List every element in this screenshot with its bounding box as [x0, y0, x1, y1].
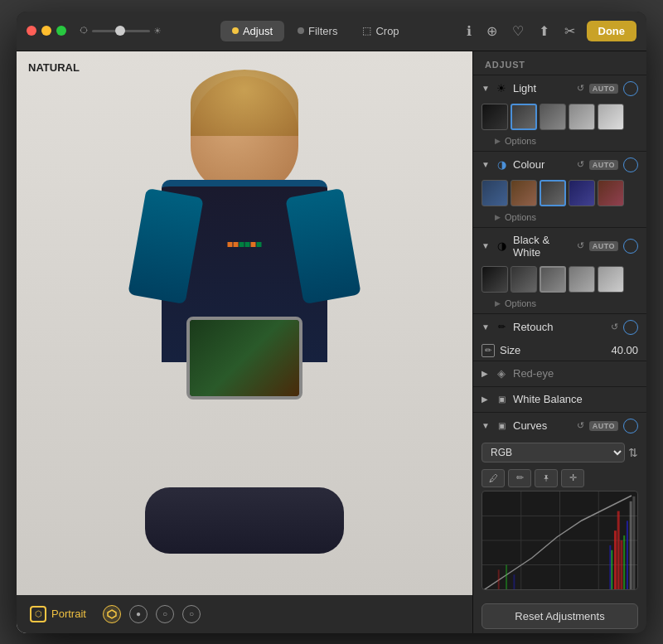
curves-title: Curves	[513, 419, 572, 432]
section-wb-header[interactable]: ▶ ▣ White Balance	[473, 387, 646, 412]
section-redeye: ▶ ◈ Red-eye	[473, 361, 646, 386]
cube-icon[interactable]	[103, 605, 121, 623]
light-thumb-5[interactable]	[598, 104, 624, 130]
close-button[interactable]	[27, 26, 36, 36]
bw-options[interactable]: ▶ Options	[473, 296, 646, 313]
light-thumb-3[interactable]	[540, 104, 566, 130]
light-thumb-1[interactable]	[482, 104, 508, 130]
photo-area: NATURAL	[17, 51, 472, 633]
size-label: Size	[500, 344, 606, 356]
right-panel: ADJUST ▼ ☀ Light ↺ AUTO	[472, 51, 646, 633]
colour-toggle[interactable]	[623, 157, 638, 172]
section-colour: ▼ ◑ Colour ↺ AUTO ▶ Options	[473, 151, 646, 227]
dot-icon-3[interactable]: ○	[156, 605, 174, 623]
filters-dot	[298, 27, 304, 34]
retouch-chevron: ▼	[482, 322, 490, 332]
section-curves-header[interactable]: ▼ ▣ Curves ↺ AUTO	[473, 413, 646, 439]
toolbar-tabs: Adjust Filters ⬚ Crop	[175, 21, 457, 41]
colour-thumb-1[interactable]	[482, 180, 508, 206]
curves-tools: 🖊 ✏ 🖈 ✛	[473, 466, 646, 491]
curves-auto-badge[interactable]: AUTO	[589, 421, 618, 431]
crop-tab-label: Crop	[375, 25, 399, 37]
bw-options-label: Options	[505, 298, 536, 308]
retouch-undo-icon[interactable]: ↺	[611, 322, 618, 332]
svg-rect-10	[611, 550, 612, 588]
section-colour-header[interactable]: ▼ ◑ Colour ↺ AUTO	[473, 152, 646, 178]
tab-filters[interactable]: Filters	[286, 21, 349, 41]
colour-thumb-2[interactable]	[511, 180, 537, 206]
colour-thumb-3[interactable]	[540, 180, 566, 206]
colour-thumb-4[interactable]	[569, 180, 595, 206]
bw-thumb-2[interactable]	[511, 266, 537, 293]
curves-rgb-row: RGB Red Green Blue ⇅	[473, 439, 646, 466]
bw-thumb-3[interactable]	[540, 266, 566, 293]
bw-thumb-1[interactable]	[482, 266, 508, 293]
reset-adjustments-button[interactable]: Reset Adjustments	[482, 603, 638, 629]
colour-thumb-5[interactable]	[598, 180, 624, 206]
tab-adjust[interactable]: Adjust	[220, 21, 284, 41]
portrait-button[interactable]: ⬡ Portrait	[30, 606, 86, 622]
toolbar-right: ℹ ⊕ ♡ ⬆ ✂ Done	[463, 20, 637, 42]
more-button[interactable]: ✂	[561, 20, 578, 42]
bw-toggle[interactable]	[623, 239, 638, 254]
bw-chevron: ▼	[482, 241, 490, 250]
info-button[interactable]: ℹ	[463, 20, 475, 42]
redeye-chevron: ▶	[482, 369, 490, 378]
heart-button[interactable]: ♡	[509, 20, 527, 42]
curves-channel-select[interactable]: RGB Red Green Blue	[482, 443, 625, 462]
light-auto-badge[interactable]: AUTO	[589, 84, 618, 94]
dot-icon-2[interactable]: ●	[129, 605, 148, 623]
brightness-slider[interactable]	[92, 30, 150, 32]
size-value: 40.00	[611, 344, 638, 356]
bw-undo-icon[interactable]: ↺	[577, 240, 584, 251]
wb-title: White Balance	[513, 393, 638, 405]
panel-header: ADJUST	[473, 51, 646, 75]
pencil-icon: ✏	[482, 344, 495, 357]
redeye-title: Red-eye	[513, 367, 638, 380]
dot-icon-4[interactable]: ○	[182, 605, 201, 623]
portrait-label: Portrait	[51, 608, 86, 620]
section-redeye-header[interactable]: ▶ ◈ Red-eye	[473, 361, 646, 386]
curves-picker-mid[interactable]: ✏	[508, 469, 531, 487]
export-button[interactable]: ⬆	[535, 20, 553, 42]
colour-undo-icon[interactable]: ↺	[577, 159, 584, 170]
share-button[interactable]: ⊕	[483, 20, 501, 42]
section-retouch-header[interactable]: ▼ ✏ Retouch ↺	[473, 314, 646, 341]
light-toggle[interactable]	[623, 81, 638, 96]
light-options[interactable]: ▶ Options	[473, 133, 646, 151]
section-bw: ▼ ◑ Black & White ↺ AUTO ▶ Options	[473, 227, 646, 313]
curves-picker-highlight[interactable]: 🖈	[535, 469, 558, 487]
colour-options-label: Options	[505, 212, 536, 222]
done-button[interactable]: Done	[587, 21, 637, 41]
bw-options-chevron: ▶	[495, 299, 501, 307]
minimize-button[interactable]	[41, 26, 51, 36]
bw-thumb-4[interactable]	[569, 266, 595, 293]
section-light-header[interactable]: ▼ ☀ Light ↺ AUTO	[473, 75, 646, 102]
light-title: Light	[513, 82, 572, 94]
svg-rect-12	[609, 545, 611, 588]
bw-auto-badge[interactable]: AUTO	[589, 241, 618, 251]
maximize-button[interactable]	[56, 26, 66, 36]
light-thumb-2[interactable]	[511, 104, 537, 130]
brightness-slider-area[interactable]: 🌣 ☀	[80, 26, 162, 36]
curves-toggle[interactable]	[623, 419, 638, 433]
tab-crop[interactable]: ⬚ Crop	[351, 21, 410, 41]
section-bw-header[interactable]: ▼ ◑ Black & White ↺ AUTO	[473, 228, 646, 264]
retouch-toggle[interactable]	[623, 320, 638, 335]
curves-undo-icon[interactable]: ↺	[577, 420, 584, 431]
colour-chevron: ▼	[482, 160, 490, 169]
light-thumbnails	[473, 102, 646, 133]
bw-thumb-5[interactable]	[598, 266, 624, 293]
retouch-size-row: ✏ Size 40.00	[473, 341, 646, 361]
light-undo-icon[interactable]: ↺	[577, 83, 584, 94]
traffic-lights	[27, 26, 66, 36]
colour-auto-badge[interactable]: AUTO	[589, 160, 618, 170]
light-thumb-4[interactable]	[569, 104, 595, 130]
curves-crosshair[interactable]: ✛	[561, 469, 584, 487]
svg-marker-0	[108, 610, 116, 618]
colour-options[interactable]: ▶ Options	[473, 210, 646, 227]
curves-picker-shadow[interactable]: 🖊	[482, 469, 505, 487]
photo-label: NATURAL	[28, 61, 80, 74]
curves-graph[interactable]	[482, 491, 638, 590]
section-retouch: ▼ ✏ Retouch ↺ ✏ Size 40.00	[473, 313, 646, 361]
